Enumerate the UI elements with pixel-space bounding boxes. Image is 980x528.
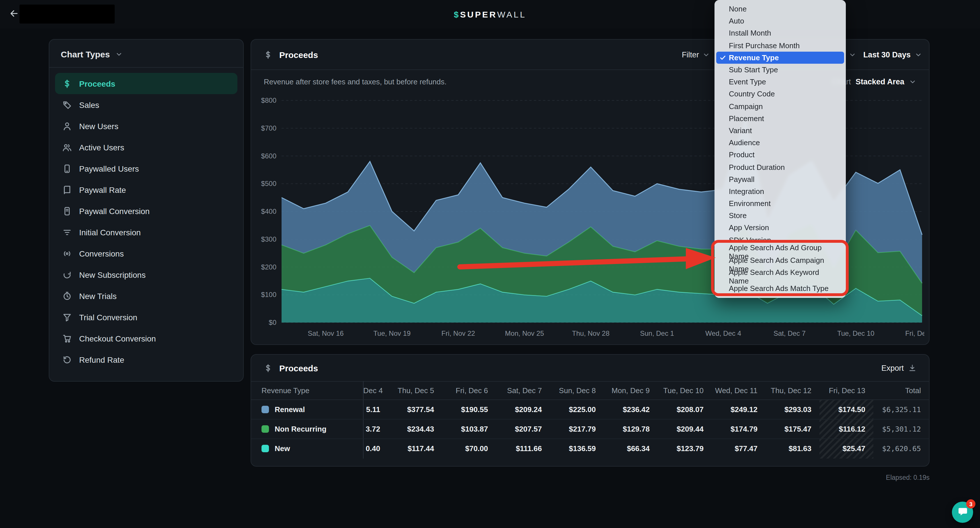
download-icon (908, 364, 916, 372)
menu-item-sub-start-type[interactable]: Sub Start Type (714, 64, 846, 76)
svg-text:Fri, Nov 22: Fri, Nov 22 (442, 329, 475, 337)
menu-item-label: Environment (729, 199, 771, 208)
series-name: Renewal (275, 405, 305, 414)
value-cell: $70.00 (442, 439, 496, 458)
sidebar-item-active-users[interactable]: Active Users (55, 137, 237, 158)
logo-dollar-glyph: $ (454, 10, 460, 19)
user-icon (62, 121, 72, 131)
clock-icon (62, 291, 72, 300)
logo-text-wall: WALL (497, 10, 526, 19)
menu-item-label: Product Duration (729, 163, 785, 171)
sidebar-item-initial-conversion[interactable]: Initial Conversion (55, 222, 237, 243)
svg-text:$200: $200 (261, 263, 277, 271)
menu-item-environment[interactable]: Environment (714, 198, 846, 209)
table-row-new: New0.40$117.44$70.00$111.66$136.59$66.34… (251, 439, 929, 458)
value-cell: $81.63 (765, 439, 819, 458)
sidebar-item-paywalled-users[interactable]: Paywalled Users (55, 158, 237, 179)
value-cell: $136.59 (550, 439, 604, 458)
chart-subtitle: Revenue after store fees and taxes, but … (264, 77, 446, 86)
menu-item-label: Paywall (729, 175, 755, 183)
menu-item-country-code[interactable]: Country Code (714, 88, 846, 100)
value-cell: $116.12 (819, 419, 873, 439)
menu-item-label: Country Code (729, 90, 775, 99)
sidebar-item-paywall-conversion[interactable]: Paywall Conversion (55, 200, 237, 222)
menu-item-paywall[interactable]: Paywall (714, 173, 846, 185)
value-cell: $66.34 (604, 439, 658, 458)
menu-item-apple-search-ads-keyword-name[interactable]: Apple Search Ads Keyword Name (714, 270, 846, 282)
chat-unread-badge: 3 (966, 499, 975, 509)
filter-dropdown[interactable]: Filter (682, 40, 710, 70)
date-range-value: Last 30 Days (863, 51, 911, 59)
series-name: Non Recurring (275, 425, 326, 433)
rotate-icon (62, 355, 72, 364)
menu-item-label: Revenue Type (729, 53, 779, 62)
menu-item-campaign[interactable]: Campaign (714, 100, 846, 112)
menu-item-event-type[interactable]: Event Type (714, 76, 846, 88)
sidebar-item-new-subscriptions[interactable]: New Subscriptions (55, 264, 237, 285)
table-header-row: Revenue TypeDec 4Thu, Dec 5Fri, Dec 6Sat… (251, 381, 929, 400)
svg-text:Mon, Nov 25: Mon, Nov 25 (505, 329, 544, 337)
sidebar-item-new-trials[interactable]: New Trials (55, 285, 237, 306)
sidebar-item-paywall-rate[interactable]: Paywall Rate (55, 179, 237, 200)
menu-item-label: Apple Search Ads Match Type (729, 284, 829, 293)
menu-item-apple-search-ads-match-type[interactable]: Apple Search Ads Match Type (714, 282, 846, 295)
export-button[interactable]: Export (881, 364, 916, 372)
sidebar-item-label: Initial Conversion (79, 228, 141, 237)
value-cell: $174.50 (819, 400, 873, 419)
chart-types-list: ProceedsSalesNew UsersActive UsersPaywal… (49, 68, 243, 375)
column-header-thu-dec-5: Thu, Dec 5 (388, 381, 442, 400)
sidebar-item-sales[interactable]: Sales (55, 94, 237, 115)
menu-item-store[interactable]: Store (714, 209, 846, 222)
sidebar-item-proceeds[interactable]: Proceeds (55, 73, 237, 94)
menu-item-product-duration[interactable]: Product Duration (714, 161, 846, 173)
smartphone-icon (62, 164, 72, 173)
value-cell: 5.11 (363, 400, 388, 419)
group-by-dropdown-chevron-icon[interactable] (849, 40, 856, 70)
menu-item-placement[interactable]: Placement (714, 112, 846, 124)
value-cell: $236.42 (604, 400, 658, 419)
menu-item-label: Campaign (729, 102, 763, 110)
menu-item-label: Apple Search Ads Keyword Name (729, 268, 840, 285)
svg-text:Thu, Nov 28: Thu, Nov 28 (572, 329, 609, 337)
menu-item-first-purchase-month[interactable]: First Purchase Month (714, 39, 846, 51)
sidebar-item-label: Paywalled Users (79, 164, 139, 173)
menu-item-variant[interactable]: Variant (714, 124, 846, 137)
series-color-swatch (261, 445, 269, 453)
column-header-dec-4: Dec 4 (363, 381, 388, 400)
dollar-icon (264, 364, 272, 372)
elapsed-time: Elapsed: 0.19s (251, 474, 929, 481)
menu-item-none[interactable]: None (714, 3, 846, 15)
group-by-menu: NoneAutoInstall MonthFirst Purchase Mont… (714, 0, 846, 298)
svg-text:$300: $300 (261, 235, 277, 243)
sidebar-item-label: Active Users (79, 143, 124, 152)
menu-item-audience[interactable]: Audience (714, 137, 846, 148)
column-header-total: Total (873, 381, 929, 400)
total-cell: $6,325.11 (873, 400, 929, 419)
menu-item-product[interactable]: Product (714, 149, 846, 161)
menu-item-integration[interactable]: Integration (714, 185, 846, 198)
sidebar-item-checkout-conversion[interactable]: Checkout Conversion (55, 328, 237, 349)
svg-text:Sat, Nov 16: Sat, Nov 16 (308, 329, 344, 337)
sidebar-item-label: Paywall Rate (79, 185, 126, 194)
book-icon (62, 185, 72, 194)
total-cell: $5,301.12 (873, 419, 929, 439)
menu-item-auto[interactable]: Auto (714, 15, 846, 27)
menu-item-app-version[interactable]: App Version (714, 222, 846, 234)
sidebar-item-label: Conversions (79, 249, 124, 258)
phone-lines-icon (62, 206, 72, 215)
sidebar-item-new-users[interactable]: New Users (55, 115, 237, 137)
back-button[interactable] (8, 8, 20, 21)
chart-types-header[interactable]: Chart Types (49, 40, 243, 68)
refresh-icon (62, 270, 72, 279)
sidebar-item-label: New Users (79, 121, 118, 131)
proceeds-data-table: Revenue TypeDec 4Thu, Dec 5Fri, Dec 6Sat… (251, 381, 929, 458)
menu-item-revenue-type[interactable]: Revenue Type (716, 52, 844, 64)
sidebar-item-refund-rate[interactable]: Refund Rate (55, 349, 237, 370)
sidebar-item-conversions[interactable]: Conversions (55, 243, 237, 264)
chat-button[interactable]: 3 (952, 502, 973, 523)
date-range-dropdown[interactable]: Last 30 Days (863, 40, 922, 70)
menu-item-install-month[interactable]: Install Month (714, 27, 846, 39)
sidebar-item-trial-conversion[interactable]: Trial Conversion (55, 306, 237, 328)
value-cell: $234.43 (388, 419, 442, 439)
value-cell: $209.24 (496, 400, 550, 419)
